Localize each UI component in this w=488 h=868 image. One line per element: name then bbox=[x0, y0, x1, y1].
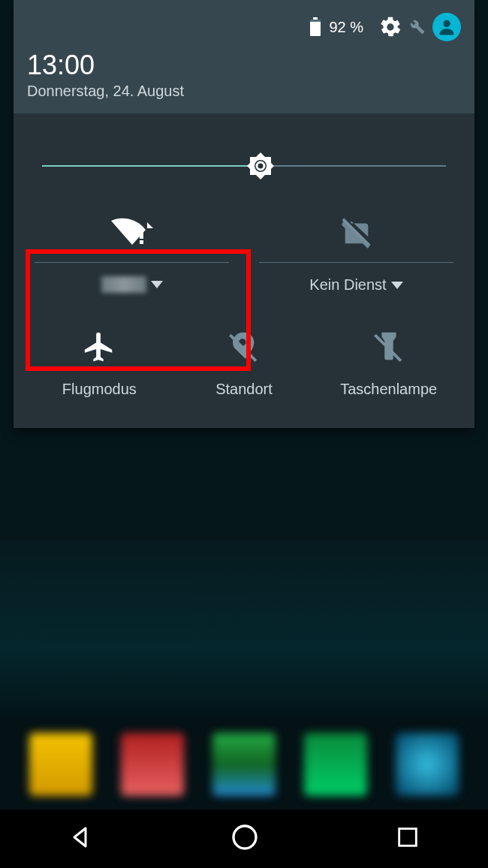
svg-rect-0 bbox=[313, 17, 318, 20]
dock-app-3[interactable] bbox=[212, 733, 276, 796]
flashlight-off-icon bbox=[372, 330, 406, 367]
brightness-slider[interactable] bbox=[42, 151, 446, 181]
airplane-label: Flugmodus bbox=[62, 381, 137, 398]
location-off-icon bbox=[227, 330, 261, 367]
wifi-label-row[interactable] bbox=[101, 276, 163, 293]
svg-marker-9 bbox=[147, 222, 153, 228]
dock-app-1[interactable] bbox=[29, 733, 92, 796]
back-button[interactable] bbox=[68, 824, 95, 854]
quick-settings-panel: 92 % 13:00 Donnerstag, 24. August bbox=[14, 0, 474, 428]
svg-rect-2 bbox=[310, 20, 321, 22]
divider bbox=[35, 262, 229, 263]
battery-icon bbox=[309, 17, 321, 37]
user-avatar[interactable] bbox=[432, 13, 461, 41]
location-tile[interactable]: Standort bbox=[179, 330, 309, 398]
panel-header: 92 % 13:00 Donnerstag, 24. August bbox=[14, 0, 474, 113]
flashlight-label: Taschenlampe bbox=[340, 381, 437, 398]
svg-point-3 bbox=[443, 20, 450, 27]
svg-point-10 bbox=[233, 826, 256, 848]
svg-rect-1 bbox=[310, 20, 321, 36]
navigation-bar bbox=[0, 809, 488, 868]
brightness-thumb[interactable] bbox=[246, 151, 276, 181]
svg-rect-11 bbox=[399, 829, 417, 846]
settings-icon[interactable] bbox=[378, 15, 402, 39]
cellular-tile[interactable]: Kein Dienst bbox=[259, 211, 453, 294]
flashlight-tile[interactable]: Taschenlampe bbox=[324, 330, 453, 398]
dock-app-2[interactable] bbox=[121, 733, 184, 796]
tuner-icon[interactable] bbox=[410, 20, 425, 35]
clock-date[interactable]: Donnerstag, 24. August bbox=[27, 83, 461, 100]
cellular-no-sim-icon bbox=[339, 211, 374, 253]
panel-body: Kein Dienst Flugmodus Standort bbox=[14, 113, 474, 428]
wifi-tile[interactable] bbox=[35, 211, 229, 294]
wallpaper bbox=[0, 541, 488, 719]
wifi-icon bbox=[110, 211, 155, 253]
divider bbox=[259, 262, 453, 263]
location-label: Standort bbox=[215, 381, 273, 398]
tile-row-1: Kein Dienst bbox=[35, 211, 453, 294]
recents-button[interactable] bbox=[395, 824, 420, 853]
dock-app-4[interactable] bbox=[304, 733, 367, 796]
chevron-down-icon bbox=[151, 281, 163, 288]
chevron-down-icon bbox=[391, 282, 403, 289]
wifi-ssid-obscured bbox=[101, 276, 146, 293]
battery-percentage: 92 % bbox=[329, 19, 363, 36]
status-bar: 92 % bbox=[27, 9, 461, 45]
svg-rect-8 bbox=[140, 240, 143, 244]
clock-time[interactable]: 13:00 bbox=[27, 50, 461, 81]
cellular-label: Kein Dienst bbox=[309, 276, 386, 294]
tile-row-2: Flugmodus Standort Taschenlampe bbox=[35, 330, 453, 398]
app-dock bbox=[0, 719, 488, 809]
airplane-tile[interactable]: Flugmodus bbox=[35, 330, 164, 398]
dock-app-5[interactable] bbox=[396, 733, 459, 796]
svg-rect-7 bbox=[140, 228, 143, 239]
airplane-icon bbox=[82, 330, 116, 367]
home-button[interactable] bbox=[230, 822, 260, 855]
cellular-label-row[interactable]: Kein Dienst bbox=[309, 276, 402, 294]
brightness-fill bbox=[42, 165, 261, 167]
